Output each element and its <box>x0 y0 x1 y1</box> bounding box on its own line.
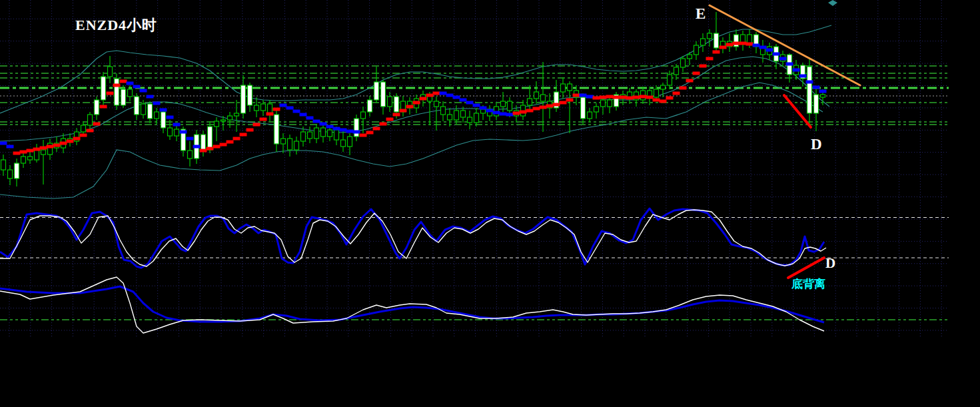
trend-dash-blue <box>167 116 174 119</box>
trend-dash-blue <box>819 90 827 93</box>
candle-body <box>807 67 812 113</box>
candle-body <box>21 157 26 163</box>
candle-body <box>381 82 386 107</box>
trend-dash-blue <box>147 95 154 99</box>
candle-body <box>328 130 332 137</box>
candle-body <box>701 39 706 45</box>
trend-dash-red <box>200 149 207 153</box>
trend-dash-blue <box>326 125 334 129</box>
trend-dash-red <box>360 134 367 137</box>
trend-dash-red <box>386 118 394 121</box>
trend-dash-red <box>400 109 407 113</box>
candle-body <box>541 95 546 101</box>
trend-dash-blue <box>813 86 820 89</box>
trend-dash-blue <box>313 120 320 123</box>
trend-dash-blue <box>160 109 167 112</box>
candle-body <box>594 107 599 112</box>
trend-dash-red <box>120 80 127 83</box>
trend-dash-red <box>573 94 580 97</box>
label-E[interactable]: E <box>696 5 706 23</box>
candle-body <box>301 132 306 141</box>
candle-body <box>201 135 206 150</box>
trend-dash-blue <box>320 123 327 126</box>
candle-body <box>361 112 366 119</box>
candle-body <box>235 113 239 116</box>
trend-dash-red <box>413 101 420 105</box>
trend-dash-blue <box>453 96 460 99</box>
trend-dash-blue <box>346 130 354 133</box>
trend-dash-blue <box>759 46 767 49</box>
trend-dash-red <box>426 94 434 97</box>
trend-dash-red <box>640 95 647 99</box>
trend-dash-blue <box>127 82 134 85</box>
trend-dash-blue <box>193 145 201 149</box>
label-bottom-divergence[interactable]: 底背离 <box>791 276 825 292</box>
trend-dash-red <box>433 92 440 95</box>
candle-body <box>35 150 39 160</box>
trend-dash-blue <box>286 107 294 110</box>
trend-dash-red <box>660 100 667 103</box>
trend-dash-red <box>33 148 41 151</box>
trend-dash-red <box>626 97 634 100</box>
candle-body <box>261 104 266 111</box>
trend-dash-blue <box>440 92 447 95</box>
candle-body <box>95 100 99 115</box>
candle-body <box>821 95 825 97</box>
trend-dash-blue <box>353 131 360 134</box>
trend-dash-red <box>513 112 520 115</box>
candle-body <box>8 170 13 179</box>
trend-dash-red <box>720 46 727 49</box>
candle-body <box>688 55 692 59</box>
trend-dash-blue <box>580 94 587 97</box>
trend-dash-red <box>380 123 387 126</box>
trend-dash-blue <box>773 53 780 56</box>
trend-dash-blue <box>500 113 507 116</box>
candle-body <box>388 97 392 107</box>
trend-dash-blue <box>779 57 787 61</box>
candle-body <box>128 89 133 97</box>
candle-body <box>368 100 372 112</box>
candle-body <box>508 101 512 111</box>
chart-canvas[interactable] <box>0 0 980 407</box>
trend-dash-red <box>113 84 121 87</box>
trend-dash-red <box>520 111 527 114</box>
trend-dash-red <box>700 65 707 68</box>
candle-body <box>608 100 612 107</box>
trend-dash-red <box>606 95 614 99</box>
trend-dash-red <box>107 92 114 95</box>
candle-body <box>341 140 346 147</box>
candle-body <box>248 85 252 105</box>
trend-dash-red <box>213 145 221 149</box>
candle-body <box>141 104 146 115</box>
trend-dash-blue <box>793 69 800 72</box>
candle-body <box>528 99 532 105</box>
candle-body <box>441 107 446 115</box>
candle-body <box>15 163 19 179</box>
candle-body <box>454 111 459 120</box>
trend-dash-red <box>680 87 687 90</box>
trend-dash-blue <box>480 107 487 110</box>
trend-dash-blue <box>133 85 141 89</box>
trend-dash-red <box>653 99 660 102</box>
candle-body <box>474 113 479 123</box>
candle-body <box>814 95 819 113</box>
candle-body <box>561 84 566 92</box>
trend-dash-blue <box>766 49 773 52</box>
trend-dash-red <box>373 127 380 131</box>
candle-body <box>175 129 179 136</box>
chart-symbol-title: ENZD4小时 <box>75 15 157 35</box>
trend-dash-blue <box>153 102 161 105</box>
trend-dash-blue <box>786 63 793 66</box>
candle-body <box>161 112 166 128</box>
trend-dash-blue <box>799 75 807 78</box>
trend-dash-red <box>593 97 600 100</box>
trend-dash-red <box>633 96 640 99</box>
candle-body <box>448 115 452 120</box>
candle-body <box>348 137 352 147</box>
trend-dash-red <box>13 152 21 155</box>
trend-dash-blue <box>293 110 300 113</box>
candle-body <box>28 157 33 160</box>
label-D-stoch[interactable]: D <box>825 255 835 272</box>
label-D-price[interactable]: D <box>811 136 822 153</box>
candle-body <box>228 116 233 120</box>
